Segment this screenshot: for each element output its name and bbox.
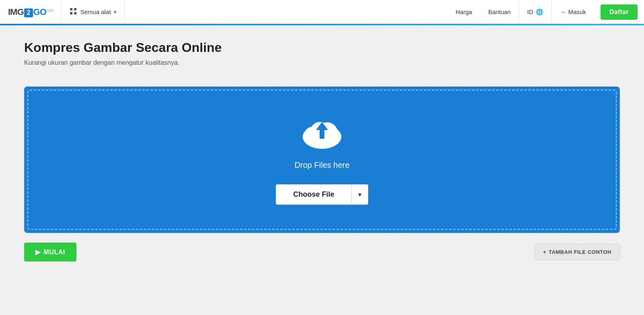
masuk-label: Masuk — [568, 8, 586, 15]
arrow-right-icon: → — [560, 8, 566, 15]
nav-harga[interactable]: Harga — [448, 0, 480, 24]
mulai-label: MULAI — [44, 249, 65, 256]
register-button[interactable]: Daftar — [601, 4, 638, 20]
chevron-right-icon: ▶ — [35, 248, 41, 256]
page-subtitle: Kurangi ukuran gambar dengan mengatur ku… — [24, 59, 620, 66]
add-sample-file-button[interactable]: + TAMBAH FILE CONTOH — [535, 244, 620, 260]
svg-rect-2 — [70, 12, 72, 14]
choose-file-button[interactable]: Choose File ▾ — [276, 184, 368, 205]
header-right: Harga Bantuan ID 🌐 → Masuk Daftar — [448, 0, 644, 24]
main-content: Kompres Gambar Secara Online Kurangi uku… — [0, 24, 644, 315]
all-tools-menu[interactable]: Semua alat ▾ — [62, 0, 125, 24]
nav-bantuan[interactable]: Bantuan — [480, 0, 519, 24]
upload-cloud-icon — [300, 115, 344, 152]
drop-files-text: Drop Files here — [295, 161, 350, 170]
page-title: Kompres Gambar Secara Online — [24, 40, 620, 55]
tools-label: Semua alat — [80, 8, 111, 15]
chevron-down-icon: ▾ — [114, 9, 116, 15]
plus-icon: + — [543, 249, 546, 255]
svg-rect-8 — [320, 129, 324, 139]
header: IMG2GO.com Semua alat ▾ Harga Bantuan ID… — [0, 0, 644, 24]
tambah-file-label: TAMBAH FILE CONTOH — [549, 249, 611, 255]
language-selector[interactable]: ID 🌐 — [519, 0, 552, 24]
logo-area[interactable]: IMG2GO.com — [0, 0, 62, 24]
svg-rect-1 — [74, 8, 76, 10]
svg-rect-3 — [74, 12, 76, 14]
dropzone-container[interactable]: Drop Files here Choose File ▾ — [24, 86, 620, 233]
lang-label: ID — [527, 8, 533, 15]
dropzone[interactable]: Drop Files here Choose File ▾ — [27, 90, 617, 230]
globe-icon: 🌐 — [536, 8, 543, 16]
bottom-bar: ▶ MULAI + TAMBAH FILE CONTOH — [24, 243, 620, 261]
choose-file-label: Choose File — [276, 185, 351, 204]
grid-icon — [70, 8, 77, 16]
login-button[interactable]: → Masuk — [552, 0, 594, 24]
start-button[interactable]: ▶ MULAI — [24, 243, 76, 261]
svg-rect-0 — [70, 8, 72, 10]
logo: IMG2GO.com — [8, 7, 53, 17]
choose-file-chevron[interactable]: ▾ — [351, 185, 368, 204]
